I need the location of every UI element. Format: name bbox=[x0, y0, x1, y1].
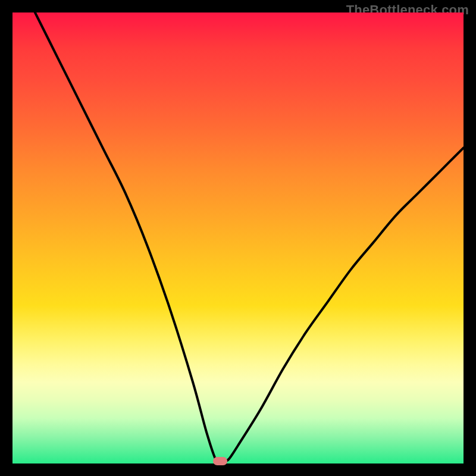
chart-frame: TheBottleneck.com bbox=[0, 0, 476, 476]
bottleneck-curve bbox=[35, 12, 464, 462]
minimum-marker bbox=[213, 457, 227, 465]
plot-area bbox=[12, 12, 464, 464]
curve-svg bbox=[12, 12, 464, 464]
